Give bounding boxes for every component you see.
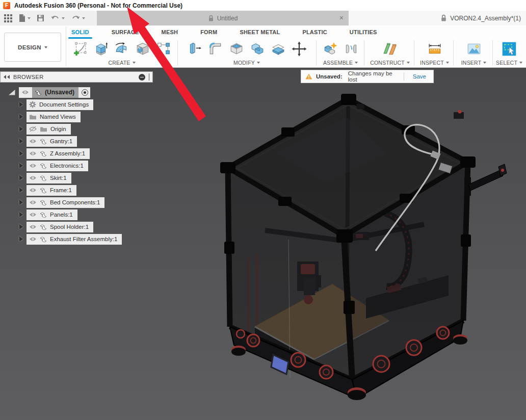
- tree-row-exhaust-filter[interactable]: Exhaust Filter Assembly:1: [19, 233, 122, 245]
- tree-row-electronics[interactable]: Electronics:1: [19, 160, 88, 171]
- eye-icon[interactable]: [29, 163, 37, 168]
- tab-form[interactable]: FORM: [199, 27, 218, 38]
- group-label-select[interactable]: SELECT: [496, 59, 522, 66]
- save-button[interactable]: [35, 13, 46, 23]
- file-menu-button[interactable]: [16, 13, 33, 23]
- header-document-name[interactable]: VORON2.4_Assembly*(1): [349, 11, 526, 25]
- new-component-icon[interactable]: [321, 40, 339, 58]
- eye-icon[interactable]: [29, 188, 37, 193]
- select-icon[interactable]: [500, 40, 518, 58]
- tree-row-skirt[interactable]: Skirt:1: [19, 172, 71, 183]
- tree-item-label: Gantry:1: [50, 138, 72, 144]
- press-pull-icon[interactable]: [186, 40, 204, 58]
- document-tab-untitled[interactable]: Untitled ×: [97, 11, 349, 25]
- tree-item-label: Document Settings: [39, 101, 89, 108]
- tree-row-named-views[interactable]: Named Views: [19, 111, 81, 122]
- tree-item-label: Electronics:1: [50, 163, 84, 169]
- eye-icon[interactable]: [21, 90, 29, 95]
- expand-arrow-icon[interactable]: [19, 212, 23, 217]
- tree-row-origin[interactable]: Origin: [19, 123, 71, 135]
- tab-solid[interactable]: SOLID: [70, 27, 90, 38]
- eye-icon[interactable]: [29, 139, 37, 144]
- fillet-icon[interactable]: [206, 40, 225, 58]
- expand-arrow-icon[interactable]: [19, 139, 23, 144]
- tab-surface[interactable]: SURFACE: [111, 27, 140, 38]
- tree-row-spool-holder[interactable]: Spool Holder:1: [19, 221, 93, 232]
- expand-arrow-icon[interactable]: [19, 188, 23, 193]
- tab-utilities[interactable]: UTILITIES: [349, 27, 378, 38]
- browser-header[interactable]: BROWSER: [0, 71, 153, 83]
- dropdown-caret-icon: [355, 62, 358, 64]
- eye-icon[interactable]: [29, 175, 37, 180]
- combine-icon[interactable]: [248, 40, 267, 58]
- redo-button[interactable]: [69, 14, 87, 23]
- insert-canvas-icon[interactable]: [465, 40, 483, 58]
- tree-row-bed-components[interactable]: Bed Components:1: [19, 197, 104, 208]
- eye-icon[interactable]: [29, 237, 37, 242]
- create-sketch-icon[interactable]: [71, 40, 89, 58]
- eye-icon[interactable]: [29, 200, 37, 205]
- rectangular-pattern-icon[interactable]: [154, 40, 173, 58]
- divider: [66, 27, 66, 66]
- group-label-assemble[interactable]: ASSEMBLE: [323, 59, 358, 66]
- expand-arrow-icon[interactable]: [19, 237, 23, 242]
- group-label-construct[interactable]: CONSTRUCT: [370, 59, 410, 66]
- spool-holder-arm: [464, 164, 507, 196]
- tab-sheet-metal[interactable]: SHEET METAL: [239, 27, 281, 38]
- component-icon: [40, 223, 47, 230]
- group-assemble: ASSEMBLE: [318, 39, 363, 67]
- revolve-icon[interactable]: [113, 40, 131, 58]
- hole-icon[interactable]: [134, 40, 152, 58]
- group-insert: INSERT: [455, 39, 492, 67]
- measure-icon[interactable]: [426, 40, 444, 58]
- divider: [414, 40, 414, 66]
- undo-button[interactable]: [48, 14, 67, 23]
- expand-arrow-icon[interactable]: [19, 200, 23, 205]
- eye-icon[interactable]: [29, 224, 37, 229]
- shell-icon[interactable]: [227, 40, 246, 58]
- construction-plane-icon[interactable]: [381, 40, 399, 58]
- lock-icon: [208, 15, 214, 22]
- component-icon: [40, 187, 47, 194]
- unsaved-warning-bar: Unsaved: Changes may be lost Save: [301, 70, 434, 83]
- tab-plastic[interactable]: PLASTIC: [301, 27, 328, 38]
- expand-arrow-icon[interactable]: [19, 102, 23, 107]
- group-label-modify[interactable]: MODIFY: [233, 59, 260, 66]
- tree-root-row[interactable]: (Unsaved): [7, 87, 90, 98]
- expand-arrow-icon[interactable]: [19, 163, 23, 168]
- collapse-panel-icon[interactable]: [4, 75, 10, 79]
- expand-arrow-icon[interactable]: [19, 175, 23, 180]
- eye-hidden-icon[interactable]: [29, 126, 37, 132]
- component-icon: [35, 89, 42, 96]
- tree-row-document-settings[interactable]: Document Settings: [19, 99, 93, 110]
- expand-arrow-icon[interactable]: [19, 224, 23, 229]
- tab-mesh[interactable]: MESH: [161, 27, 179, 38]
- expand-arrow-icon[interactable]: [19, 114, 23, 119]
- save-link[interactable]: Save: [410, 72, 429, 81]
- tree-row-panels[interactable]: Panels:1: [19, 209, 77, 220]
- group-label-inspect[interactable]: INSPECT: [420, 59, 449, 66]
- tree-row-frame[interactable]: Frame:1: [19, 185, 76, 196]
- scrollbar-handle[interactable]: [149, 73, 150, 81]
- tree-row-gantry[interactable]: Gantry:1: [19, 136, 77, 147]
- eye-icon[interactable]: [29, 151, 37, 156]
- dropdown-caret-icon: [257, 62, 260, 64]
- expand-arrow-icon[interactable]: [19, 151, 23, 156]
- minimize-icon[interactable]: [139, 74, 145, 81]
- tree-item-label: Origin: [50, 126, 66, 132]
- component-icon: [40, 162, 47, 169]
- model-viewport[interactable]: Unsaved: Changes may be lost Save BROWSE…: [0, 68, 526, 420]
- group-label-insert[interactable]: INSERT: [461, 59, 487, 66]
- tree-row-z-assembly[interactable]: Z Assembly:1: [19, 148, 90, 159]
- app-grid-icon[interactable]: [2, 13, 14, 23]
- move-copy-icon[interactable]: [290, 40, 308, 58]
- expand-arrow-icon[interactable]: [19, 126, 23, 132]
- eye-icon[interactable]: [29, 212, 37, 217]
- joint-icon[interactable]: [342, 40, 360, 58]
- offset-face-icon[interactable]: [269, 40, 287, 58]
- extrude-icon[interactable]: [92, 40, 110, 58]
- group-label-create[interactable]: CREATE: [108, 59, 135, 66]
- ribbon: DESIGN SOLID SURFACE MESH FORM SHEET MET…: [0, 25, 526, 68]
- close-icon[interactable]: ×: [339, 14, 344, 22]
- activate-radio-icon[interactable]: [82, 89, 88, 96]
